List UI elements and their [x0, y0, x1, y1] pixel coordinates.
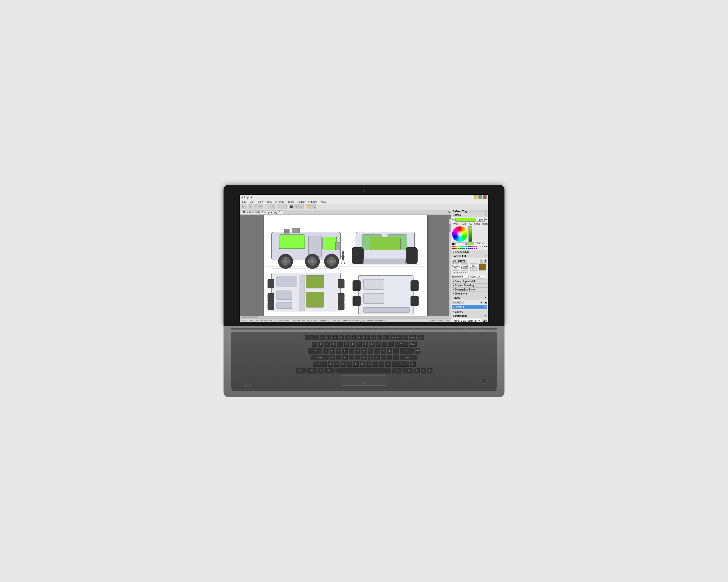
key-lshift[interactable]: ⇧: [313, 361, 327, 367]
arc-tool[interactable]: ⌒: [253, 204, 258, 209]
key-f6[interactable]: F6: [351, 335, 357, 340]
menu-window[interactable]: Window: [308, 200, 318, 203]
layers-section[interactable]: ▶ Layers: [451, 310, 488, 314]
key-minus[interactable]: -: [382, 341, 387, 347]
freehand-tool[interactable]: 〜: [258, 204, 263, 209]
key-z[interactable]: Z: [328, 361, 333, 367]
key-lctrl[interactable]: Ctrl: [296, 368, 306, 373]
swatch-navy[interactable]: [466, 248, 467, 249]
tab-wheel[interactable]: Wheel: [452, 222, 460, 225]
key-d[interactable]: D: [342, 355, 348, 360]
circle-tool[interactable]: ○: [270, 204, 275, 209]
menu-arrange[interactable]: Arrange: [274, 200, 285, 203]
pattern-item-geometric[interactable]: GeometricTiles: [452, 264, 459, 271]
move-page-button[interactable]: ↕: [460, 301, 464, 304]
key-f3[interactable]: F3: [332, 335, 338, 340]
h-scroll-thumb[interactable]: [242, 316, 258, 318]
key-rshift[interactable]: ⇧: [391, 361, 409, 367]
swatch-deep-purple[interactable]: [472, 248, 473, 249]
menu-view[interactable]: View: [257, 200, 264, 203]
key-esc[interactable]: Esc: [305, 335, 318, 340]
tab-image[interactable]: Image: [482, 222, 488, 225]
key-backspace[interactable]: ⌫: [394, 341, 409, 347]
swatch-dark-green[interactable]: [458, 248, 460, 249]
key-f9[interactable]: F9: [370, 335, 376, 340]
key-p[interactable]: P: [380, 348, 386, 354]
key-f10[interactable]: F10: [377, 335, 382, 340]
swatch-yellow-green[interactable]: [458, 246, 460, 247]
key-g[interactable]: G: [355, 355, 360, 360]
swatch-forest[interactable]: [460, 248, 462, 249]
dimension-style-section[interactable]: ▶ Dimension Style: [451, 288, 488, 292]
swatch-mint[interactable]: [482, 248, 483, 249]
scrapbook-edit-button[interactable]: Edit: [482, 319, 487, 323]
swatch-indigo[interactable]: [470, 248, 471, 249]
key-m[interactable]: M: [366, 361, 371, 367]
active-color-swatch[interactable]: [456, 218, 476, 222]
swatch-cyan-green[interactable]: [462, 246, 464, 247]
key-end[interactable]: End: [414, 348, 420, 354]
key-t[interactable]: T: [348, 348, 354, 354]
scale-input[interactable]: [477, 275, 484, 278]
close-button[interactable]: ×: [483, 195, 487, 199]
panel-close-icon[interactable]: ✕: [485, 210, 487, 213]
key-slash[interactable]: /: [385, 361, 391, 367]
key-rbracket[interactable]: ]: [393, 348, 399, 354]
maximize-button[interactable]: □: [478, 195, 482, 199]
swatch-purple[interactable]: [472, 246, 473, 247]
key-lalt[interactable]: Alt: [324, 368, 334, 373]
key-e[interactable]: E: [336, 348, 341, 354]
color-gradient-bar[interactable]: [468, 226, 472, 242]
key-q[interactable]: Q: [323, 348, 329, 354]
tab-close-icon[interactable]: ✕: [448, 211, 450, 214]
rotation-input[interactable]: [462, 275, 469, 278]
scaled-drawing-section[interactable]: ▶ Scaled Drawing: [451, 284, 488, 288]
key-k[interactable]: K: [374, 355, 380, 360]
key-f[interactable]: F: [348, 355, 354, 360]
menu-help[interactable]: Help: [320, 200, 327, 203]
dimension-tool[interactable]: ↔: [282, 204, 287, 209]
key-9[interactable]: 9: [369, 341, 374, 347]
key-enter[interactable]: Enter: [399, 355, 417, 360]
key-comma[interactable]: ,: [372, 361, 378, 367]
swatch-yellow[interactable]: [456, 246, 458, 247]
key-home[interactable]: Home: [409, 341, 417, 347]
key-2[interactable]: 2: [324, 341, 330, 347]
key-h[interactable]: H: [361, 355, 367, 360]
key-4[interactable]: 4: [337, 341, 342, 347]
swatch-sea-green[interactable]: [462, 248, 464, 249]
scrapbooks-section-header[interactable]: Scrapbooks ▼: [451, 314, 488, 318]
swatch-crimson[interactable]: [476, 248, 477, 249]
key-backtick[interactable]: `: [311, 341, 317, 347]
key-arrow-right[interactable]: ►: [427, 368, 433, 373]
shape-style-section[interactable]: ▶ Shape Style: [451, 250, 488, 254]
swatch-white[interactable]: [478, 246, 479, 247]
pattern-view-small-icon[interactable]: ⊞: [480, 259, 483, 263]
key-o[interactable]: O: [374, 348, 380, 354]
pattern-item-site[interactable]: SitePatterns: [470, 264, 477, 271]
pan-tool[interactable]: ✋: [306, 204, 311, 209]
pattern-view-large-icon[interactable]: ▣: [484, 259, 487, 263]
swatch-light-blue[interactable]: [466, 246, 467, 247]
swatch-blue[interactable]: [468, 246, 469, 247]
key-n[interactable]: N: [359, 361, 365, 367]
key-f2[interactable]: F2: [326, 335, 331, 340]
swatch-olive[interactable]: [456, 248, 458, 249]
pattern-fill-header[interactable]: Pattern Fill ▼: [451, 254, 488, 258]
key-y[interactable]: Y: [355, 348, 360, 354]
key-equals[interactable]: =: [388, 341, 394, 347]
key-lbracket[interactable]: [: [387, 348, 392, 354]
swatch-green[interactable]: [460, 246, 462, 247]
key-f5[interactable]: F5: [345, 335, 350, 340]
canvas-area[interactable]: ▲ 411: [240, 215, 451, 318]
key-ralt[interactable]: Alt: [392, 368, 402, 373]
fingerprint-reader[interactable]: [482, 379, 487, 384]
key-pgup[interactable]: PgUp: [409, 335, 416, 340]
swatch-light-gray[interactable]: [480, 246, 481, 247]
duplicate-page-button[interactable]: ⎘: [456, 301, 460, 304]
key-1[interactable]: 1: [318, 341, 323, 347]
all-patterns-tab[interactable]: All Patterns: [452, 259, 466, 263]
key-c[interactable]: C: [340, 361, 346, 367]
key-5[interactable]: 5: [343, 341, 349, 347]
swatch-dark-gray[interactable]: [484, 246, 485, 247]
